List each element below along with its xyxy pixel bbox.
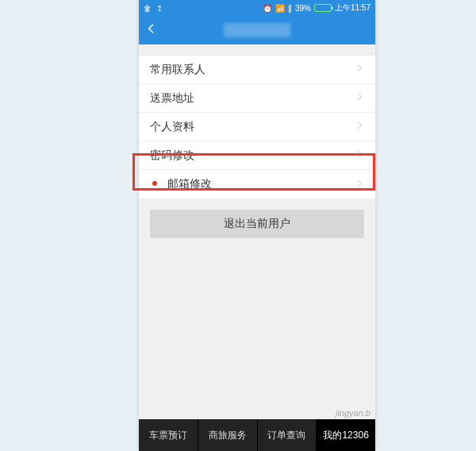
back-icon[interactable] [145,22,158,38]
row-label: 密码修改 [150,148,194,163]
logout-label: 退出当前用户 [224,217,290,231]
row-profile[interactable]: 个人资料 [139,113,375,141]
tab-label: 我的12306 [323,429,368,442]
content-area: 常用联系人 送票地址 个人资料 密码修改 邮箱修改 [139,56,375,238]
row-label: 邮箱修改 [167,177,212,191]
chevron-right-icon [355,92,364,104]
alarm-icon: ⏰ [263,4,272,13]
tab-bar: 车票预订 商旅服务 订单查询 我的12306 [139,419,375,451]
logout-button[interactable]: 退出当前用户 [150,210,364,238]
tab-label: 车票预订 [149,429,187,442]
wifi-icon: 📶 [275,4,285,13]
chevron-right-icon [355,121,364,133]
upload-icon: ↥ [156,4,163,13]
row-label: 常用联系人 [150,63,205,77]
notification-badge-icon [150,179,161,190]
trash-icon: 🗑 [144,4,152,13]
row-change-email[interactable]: 邮箱修改 [139,170,375,199]
row-contacts[interactable]: 常用联系人 [139,56,375,84]
tab-label: 订单查询 [267,429,305,442]
tab-business-travel[interactable]: 商旅服务 [198,419,258,451]
row-label: 个人资料 [150,120,194,134]
settings-list: 常用联系人 送票地址 个人资料 密码修改 邮箱修改 [139,56,375,199]
row-delivery-address[interactable]: 送票地址 [139,84,375,113]
chevron-right-icon [355,179,364,191]
tab-my-12306[interactable]: 我的12306 [317,419,375,451]
battery-percent: 39% [295,4,311,13]
phone-frame: 🗑 ↥ ⏰ 📶 ‖ 39% 上午11:57 常用联系人 送票地址 [139,0,375,451]
row-label: 送票地址 [150,91,194,106]
tab-label: 商旅服务 [209,429,247,442]
status-bar: 🗑 ↥ ⏰ 📶 ‖ 39% 上午11:57 [139,0,375,16]
signal-icon: ‖ [288,4,292,13]
row-change-password[interactable]: 密码修改 [139,141,375,170]
battery-icon [314,4,332,12]
watermark-text: jingyan.b [336,408,370,418]
status-time: 上午11:57 [335,2,370,13]
tab-booking[interactable]: 车票预订 [139,419,198,451]
chevron-right-icon [355,64,364,75]
nav-bar [139,16,375,44]
chevron-right-icon [355,149,364,161]
tab-orders[interactable]: 订单查询 [258,419,317,451]
nav-title [224,23,290,37]
